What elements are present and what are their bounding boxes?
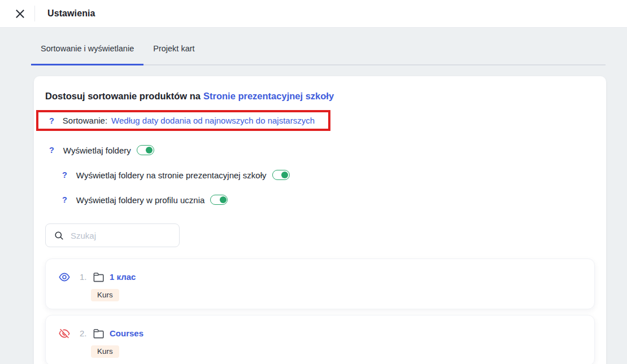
sorting-row-annotation: ? Sortowanie: Według daty dodania od naj… (36, 110, 330, 131)
show-folders-toggle[interactable] (137, 145, 154, 155)
folder-list-item: 2. Courses Kurs (45, 315, 595, 364)
settings-card: Dostosuj sortowanie produktów naStronie … (34, 76, 606, 364)
search-box (45, 223, 180, 247)
item-index: 1. (80, 272, 90, 282)
toggle-row-folders-school-page: ? Wyświetlaj foldery na stronie prezenta… (62, 170, 595, 180)
help-icon[interactable]: ? (49, 116, 54, 125)
toggle-knob (281, 172, 288, 178)
settings-modal: Ustawienia Sortowanie i wyświetlanie Pro… (0, 0, 627, 364)
page-title: Ustawienia (47, 8, 95, 19)
item-index: 2. (80, 328, 90, 338)
toggle-row-folders-student-profile: ? Wyświetlaj foldery w profilu ucznia (62, 195, 595, 205)
toggle-label: Wyświetlaj foldery na stronie prezentacy… (76, 170, 267, 180)
eye-off-icon[interactable] (58, 327, 71, 340)
close-button[interactable] (14, 7, 26, 20)
school-page-link[interactable]: Stronie prezentacyjnej szkoły (203, 91, 334, 101)
search-input[interactable] (71, 231, 179, 240)
folders-student-profile-toggle[interactable] (210, 195, 228, 205)
folders-school-page-toggle[interactable] (272, 170, 290, 180)
folder-link[interactable]: Courses (110, 328, 143, 338)
toggle-knob (220, 196, 227, 203)
sorting-value-dropdown[interactable]: Według daty dodania od najnowszych do na… (111, 116, 315, 125)
help-icon[interactable]: ? (62, 195, 67, 204)
folder-icon (93, 271, 104, 283)
modal-header: Ustawienia (0, 0, 627, 28)
sorting-label: Sortowanie: (63, 116, 107, 125)
item-type-badge: Kurs (91, 345, 119, 358)
item-type-badge: Kurs (91, 289, 119, 301)
tab-bar: Sortowanie i wyświetlanie Projekt kart (31, 28, 606, 65)
item-row: 1. 1 клас (58, 270, 581, 283)
tab-card-design[interactable]: Projekt kart (143, 28, 204, 64)
toggle-label: Wyświetlaj foldery (63, 146, 131, 155)
help-icon[interactable]: ? (62, 170, 67, 179)
folder-icon (93, 328, 104, 339)
toggle-row-show-folders: ? Wyświetlaj foldery (49, 145, 595, 155)
heading-text: Dostosuj sortowanie produktów na (45, 91, 201, 101)
eye-icon[interactable] (58, 270, 71, 283)
folder-list-item: 1. 1 клас Kurs (45, 258, 595, 309)
close-icon (15, 8, 25, 19)
help-icon[interactable]: ? (49, 146, 54, 155)
toggle-knob (146, 147, 153, 154)
header-divider (34, 6, 35, 21)
item-row: 2. Courses (58, 327, 581, 340)
section-heading: Dostosuj sortowanie produktów naStronie … (45, 91, 595, 102)
search-icon (46, 231, 71, 240)
tab-sorting-display[interactable]: Sortowanie i wyświetlanie (31, 28, 143, 65)
folder-link[interactable]: 1 клас (110, 272, 136, 282)
toggle-label: Wyświetlaj foldery w profilu ucznia (76, 195, 204, 205)
